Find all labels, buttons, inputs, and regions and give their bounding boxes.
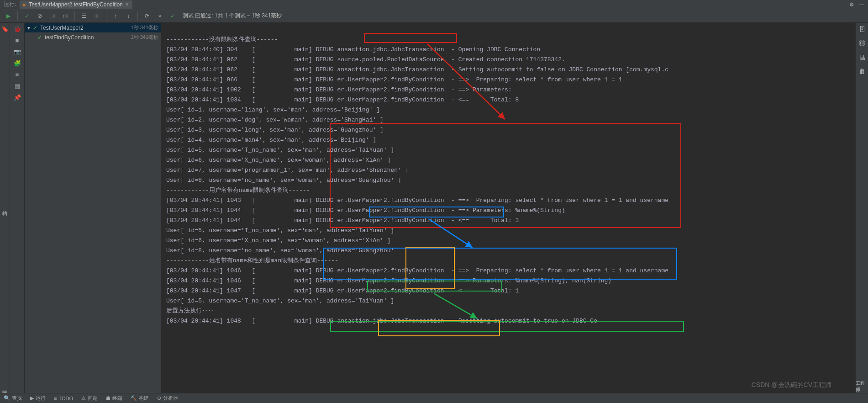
sort-up-icon[interactable]: ↑≡ [60,11,71,21]
console-line: User[ id=6, username='X_no_name', sex='w… [166,236,851,246]
console-line [166,25,851,35]
layout-icon[interactable]: ▦ [15,83,20,90]
console-line: [03/04 20:44:41] 1046 [ main] DEBUG er.U… [166,266,851,276]
console-line: [03/04 20:44:40] 304 [ main] DEBUG ansac… [166,45,851,55]
console-line: [03/04 20:44:41] 1047 [ main] DEBUG er.U… [166,286,851,296]
right-watermark: 工程师 [856,380,868,393]
down-button[interactable]: ↓ [123,11,134,21]
console-line: ------------姓名带有name和性别是man限制条件查询------ [166,256,851,266]
test-class-node[interactable]: ▾ ✓ TestUserMapper2 1秒 341毫秒 [25,23,161,32]
maven-icon[interactable]: ⓜ [859,39,865,48]
console-line: User[ id=3, username='long', sex='man', … [166,125,851,135]
test-method-node[interactable]: ✓ testFindByCondition 1秒 341毫秒 [25,32,161,42]
console-line: [03/04 20:44:41] 1048 [ main] DEBUG ansa… [166,316,851,326]
console-output[interactable]: ------------没有限制条件查询------[03/04 20:44:4… [162,23,855,393]
bookmark-icon[interactable]: 🔖 [1,26,9,32]
status-profiler[interactable]: ⊙ 分析器 [157,395,178,402]
test-method-name: testFindByCondition [45,34,94,41]
delete-icon[interactable]: 🗑 [859,68,865,75]
console-line: ------------用户名带有name限制条件查询------ [166,186,851,196]
console-line: [03/04 20:44:41] 1044 [ main] DEBUG er.U… [166,216,851,226]
console-line: User[ id=8, username='no_name', sex='wom… [166,175,851,186]
more-button[interactable]: » [154,11,165,21]
title-bar: 运行: ▸ TestUserMapper2.testFindByConditio… [0,0,868,9]
run-tab[interactable]: ▸ TestUserMapper2.testFindByCondition × [20,0,132,9]
console-line: User[ id=5, username='T_no_name', sex='m… [166,226,851,236]
test-class-duration: 1秒 341毫秒 [131,24,158,31]
test-icon: ▸ [23,1,26,8]
left-tool-strip: 🔖 结构 收藏夹 [0,23,10,393]
history-button[interactable]: ⟳ [142,11,153,21]
console-line: [03/04 20:44:41] 1046 [ main] DEBUG er.U… [166,276,851,286]
up-button[interactable]: ↑ [110,11,121,21]
pass-icon: ✓ [37,34,42,41]
console-line: User[ id=6, username='X_no_name', sex='w… [166,155,851,165]
run-tab-title: TestUserMapper2.testFindByCondition [29,1,122,8]
console-line: [03/04 20:44:41] 1034 [ main] DEBUG er.U… [166,95,851,105]
status-check-icon: ✓ [167,11,178,21]
run-gutter: 🐞 ■ 📷 🧩 ≡ ▦ 📌 [10,23,25,393]
check-button[interactable]: ✓ [21,11,32,21]
disable-button[interactable]: ⊘ [34,11,45,21]
console-line: User[ id=5, username='T_no_name', sex='m… [166,145,851,155]
pin-icon[interactable]: 📌 [14,94,21,101]
test-status: 测试 已通过: 1共 1 个测试 – 1秒 341毫秒 [183,12,282,20]
status-search[interactable]: 🔍 查找 [4,395,22,402]
console-line: ------------没有限制条件查询------ [166,35,851,45]
bugs-icon[interactable]: 🧩 [14,60,21,67]
chevron-down-icon: ▾ [27,25,30,31]
pass-icon: ✓ [33,25,37,31]
test-tree: ▾ ✓ TestUserMapper2 1秒 341毫秒 ✓ testFindB… [25,23,162,393]
test-toolbar: ▶ ✓ ⊘ ↓≡ ↑≡ ☰ ≡ ↑ ↓ ⟳ » ✓ 测试 已通过: 1共 1 个… [0,9,868,23]
collapse-button[interactable]: ≡ [91,11,102,21]
console-line: User[ id=7, username='programmer_1', sex… [166,165,851,175]
database-icon[interactable]: 🗄 [859,26,865,33]
close-icon[interactable]: × [126,1,129,8]
test-class-name: TestUserMapper2 [40,25,84,31]
console-line: [03/04 20:44:41] 1002 [ main] DEBUG er.U… [166,85,851,95]
print-icon[interactable]: 🖶 [859,54,865,61]
console-line: User[ id=1, username='liang', sex='man',… [166,105,851,115]
console-line: User[ id=8, username='no_name', sex='wom… [166,246,851,256]
console-line: [03/04 20:44:41] 966 [ main] DEBUG er.Us… [166,75,851,85]
status-problems[interactable]: ⚠ 问题 [81,395,98,402]
camera-icon[interactable]: 📷 [14,48,21,55]
status-bar: 🔍 查找 ▶ 运行 ≡ TODO ⚠ 问题 ☗ 终端 🔨 构建 ⊙ 分析器 [0,393,868,403]
sort-down-icon[interactable]: ↓≡ [47,11,58,21]
console-line: [03/04 20:44:41] 1043 [ main] DEBUG er.U… [166,196,851,206]
status-run[interactable]: ▶ 运行 [30,395,46,402]
favorites-tab[interactable]: 收藏夹 [1,386,8,388]
console-line: [03/04 20:44:41] 962 [ main] DEBUG ansac… [166,65,851,75]
test-method-duration: 1秒 341毫秒 [131,34,158,41]
status-todo[interactable]: ≡ TODO [54,396,73,401]
console-line: User[ id=4, username='man4', sex='man', … [166,135,851,145]
tree-icon[interactable]: ≡ [16,71,19,78]
structure-tab[interactable]: 结构 [1,206,8,208]
console-line: User[ id=5, username='T_no_name', sex='m… [166,296,851,306]
console-line: 后置方法执行‥‥ [166,306,851,316]
debug-icon[interactable]: 🐞 [14,26,21,32]
status-terminal[interactable]: ☗ 终端 [106,395,122,402]
gear-icon[interactable]: ⚙ [849,1,854,8]
console-line: [03/04 20:44:41] 962 [ main] DEBUG sourc… [166,55,851,65]
console-line: User[ id=2, username='dog', sex='woman',… [166,115,851,125]
expand-button[interactable]: ☰ [79,11,89,21]
right-tool-strip: 🗄 ⓜ 🖶 🗑 工程师 [855,23,868,393]
console-line: [03/04 20:44:41] 1044 [ main] DEBUG er.U… [166,206,851,216]
run-label: 运行: [4,0,16,8]
status-build[interactable]: 🔨 构建 [131,395,149,402]
minimize-icon[interactable]: — [859,1,864,8]
stop-icon[interactable]: ■ [16,37,19,44]
run-button[interactable]: ▶ [3,11,14,21]
